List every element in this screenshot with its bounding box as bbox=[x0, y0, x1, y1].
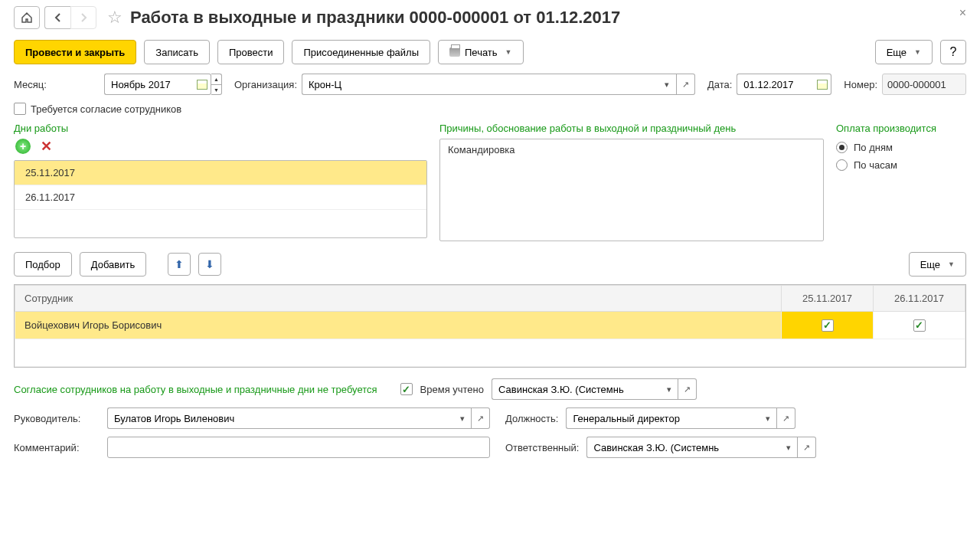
dropdown-button[interactable]: ▾ bbox=[453, 407, 472, 429]
org-input[interactable] bbox=[302, 74, 658, 95]
post-and-close-button[interactable]: Провести и закрыть bbox=[14, 40, 136, 64]
payment-section-title: Оплата производится bbox=[836, 123, 966, 134]
month-calendar-button[interactable] bbox=[193, 74, 211, 95]
col-date[interactable]: 26.11.2017 bbox=[874, 286, 965, 312]
employees-table: Сотрудник 25.11.2017 26.11.2017 Войцехов… bbox=[15, 285, 965, 367]
time-counted-checkbox[interactable] bbox=[400, 383, 413, 395]
time-person-input[interactable] bbox=[492, 378, 660, 400]
table-row[interactable]: Войцехович Игорь Борисович bbox=[15, 312, 965, 339]
move-down-button[interactable]: ⬇ bbox=[198, 253, 221, 276]
reasons-section-title: Причины, обоснование работы в выходной и… bbox=[439, 123, 824, 134]
month-input[interactable] bbox=[104, 74, 193, 95]
move-up-button[interactable]: ⬆ bbox=[168, 253, 191, 276]
responsible-input[interactable] bbox=[586, 437, 779, 458]
comment-label: Комментарий: bbox=[14, 442, 100, 453]
day-checkbox[interactable] bbox=[822, 319, 834, 332]
delete-day-button[interactable]: ✕ bbox=[38, 139, 54, 154]
dropdown-button[interactable]: ▾ bbox=[759, 407, 777, 429]
org-open-button[interactable]: ↗ bbox=[677, 74, 695, 95]
chevron-down-icon: ▼ bbox=[914, 48, 921, 56]
responsible-label: Ответственный: bbox=[505, 442, 579, 453]
open-button[interactable]: ↗ bbox=[777, 407, 795, 429]
arrow-left-icon bbox=[52, 11, 64, 24]
printer-icon bbox=[449, 47, 460, 57]
position-input[interactable] bbox=[566, 407, 759, 429]
arrow-right-icon bbox=[77, 11, 90, 24]
add-employee-button[interactable]: Добавить bbox=[80, 252, 146, 277]
dropdown-button[interactable]: ▾ bbox=[779, 437, 798, 458]
days-list[interactable]: 25.11.2017 26.11.2017 bbox=[14, 160, 427, 238]
date-label: Дата: bbox=[707, 79, 732, 90]
days-section-title: Дни работы bbox=[14, 123, 427, 134]
pick-button[interactable]: Подбор bbox=[14, 252, 72, 277]
home-icon bbox=[21, 11, 33, 24]
page-title: Работа в выходные и праздники 0000-00000… bbox=[130, 8, 620, 28]
back-button[interactable] bbox=[44, 6, 70, 29]
attachments-button[interactable]: Присоединенные файлы bbox=[292, 40, 430, 64]
favorite-icon[interactable]: ☆ bbox=[107, 8, 122, 28]
payment-by-hours-radio[interactable]: По часам bbox=[836, 156, 966, 174]
calendar-icon bbox=[197, 80, 207, 90]
month-up-button[interactable]: ▲ bbox=[211, 74, 222, 84]
open-button[interactable]: ↗ bbox=[798, 437, 816, 458]
manager-label: Руководитель: bbox=[14, 413, 100, 424]
time-counted-label: Время учтено bbox=[420, 384, 484, 395]
position-label: Должность: bbox=[505, 413, 558, 424]
number-label: Номер: bbox=[844, 79, 877, 90]
reason-textarea[interactable]: Командировка bbox=[439, 139, 824, 241]
emp-more-button[interactable]: Еще ▼ bbox=[909, 252, 966, 277]
chevron-down-icon: ▼ bbox=[505, 48, 512, 56]
chevron-down-icon: ▼ bbox=[948, 260, 955, 268]
payment-by-days-radio[interactable]: По дням bbox=[836, 139, 966, 156]
month-down-button[interactable]: ▼ bbox=[211, 84, 222, 95]
radio-icon bbox=[836, 142, 848, 153]
add-day-button[interactable]: + bbox=[15, 139, 31, 154]
month-label: Месяц: bbox=[14, 79, 100, 90]
open-button[interactable]: ↗ bbox=[678, 378, 697, 400]
col-employee[interactable]: Сотрудник bbox=[15, 286, 782, 312]
employee-name: Войцехович Игорь Борисович bbox=[15, 313, 781, 337]
home-button[interactable] bbox=[14, 6, 40, 29]
org-label: Организация: bbox=[234, 79, 297, 90]
consent-required-checkbox[interactable] bbox=[14, 103, 26, 115]
list-item[interactable]: 26.11.2017 bbox=[15, 185, 426, 210]
date-calendar-button[interactable] bbox=[813, 74, 831, 95]
list-item[interactable]: 25.11.2017 bbox=[15, 161, 426, 185]
comment-input[interactable] bbox=[107, 437, 490, 458]
number-input: 0000-000001 bbox=[882, 74, 966, 95]
consent-status-text: Согласие сотрудников на работу в выходны… bbox=[14, 384, 377, 395]
calendar-icon bbox=[817, 80, 828, 90]
close-icon[interactable]: × bbox=[959, 6, 966, 20]
help-button[interactable]: ? bbox=[940, 40, 966, 64]
more-button[interactable]: Еще ▼ bbox=[875, 40, 933, 64]
day-checkbox[interactable] bbox=[913, 319, 926, 332]
org-dropdown-button[interactable]: ▾ bbox=[658, 74, 677, 95]
radio-icon bbox=[836, 159, 848, 171]
save-button[interactable]: Записать bbox=[144, 40, 210, 64]
open-button[interactable]: ↗ bbox=[472, 407, 490, 429]
manager-input[interactable] bbox=[107, 407, 453, 429]
date-input[interactable] bbox=[737, 74, 813, 95]
forward-button[interactable] bbox=[70, 6, 96, 29]
col-date[interactable]: 25.11.2017 bbox=[782, 286, 874, 312]
dropdown-button[interactable]: ▾ bbox=[660, 378, 678, 400]
print-button[interactable]: Печать ▼ bbox=[438, 40, 524, 64]
post-button[interactable]: Провести bbox=[217, 40, 285, 64]
consent-required-label: Требуется согласие сотрудников bbox=[31, 103, 181, 115]
